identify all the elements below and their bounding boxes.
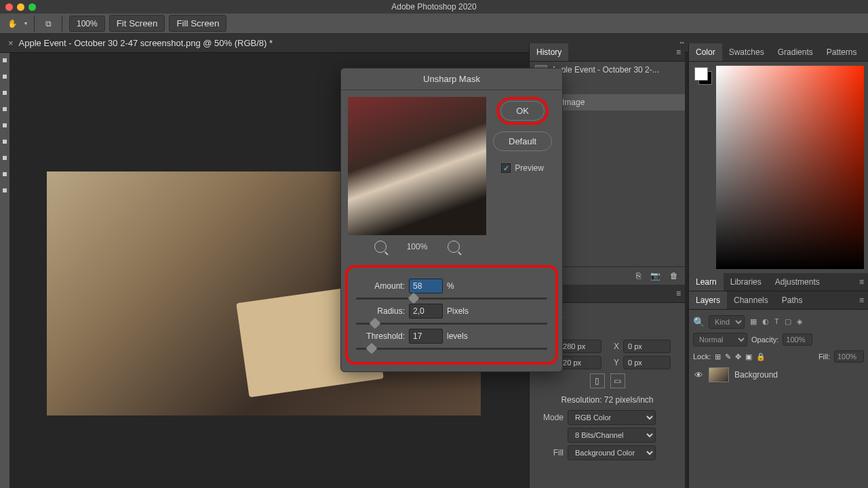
tab-paths[interactable]: Paths	[775, 291, 810, 309]
tool-icon[interactable]	[3, 107, 7, 111]
sliders-highlight: Amount: % Radius: Pixels Threshold: leve…	[345, 265, 558, 365]
portrait-icon[interactable]: ▯	[590, 373, 605, 388]
tab-libraries[interactable]: Libraries	[724, 273, 768, 291]
tab-patterns[interactable]: Patterns	[820, 43, 864, 61]
tool-icon[interactable]	[3, 172, 7, 176]
close-tab-icon[interactable]: ×	[8, 38, 14, 48]
tab-adjustments[interactable]: Adjustments	[768, 273, 827, 291]
threshold-field[interactable]	[409, 329, 443, 344]
tool-icon[interactable]	[3, 91, 7, 95]
tool-icon[interactable]	[3, 75, 7, 79]
close-window-icon[interactable]	[5, 3, 13, 11]
tool-icon[interactable]	[3, 123, 7, 127]
panel-menu-icon[interactable]: ≡	[855, 277, 868, 287]
slider-thumb-icon[interactable]	[366, 343, 377, 354]
dialog-title: Unsharp Mask	[341, 68, 562, 90]
layer-thumbnail[interactable]	[709, 367, 729, 382]
radius-slider[interactable]	[356, 323, 547, 325]
slider-thumb-icon[interactable]	[370, 318, 381, 329]
fill-select[interactable]: Background Color	[568, 445, 656, 460]
color-panel-tabs: Color Swatches Gradients Patterns ≡	[689, 43, 868, 62]
panel-menu-icon[interactable]: ≡	[672, 47, 685, 57]
amount-slider[interactable]	[356, 298, 547, 300]
threshold-unit: levels	[447, 331, 468, 341]
lock-transparency-icon[interactable]: ⊞	[715, 352, 721, 361]
tool-preset-dropdown-icon[interactable]: ▾	[24, 20, 27, 26]
tool-icon[interactable]	[3, 140, 7, 144]
amount-unit: %	[447, 281, 454, 291]
blend-mode-select[interactable]: Normal	[693, 333, 747, 346]
layers-panel-tabs: Layers Channels Paths ≡	[689, 291, 868, 310]
lock-pixels-icon[interactable]: ✎	[725, 352, 731, 361]
lock-artboard-icon[interactable]: ▣	[745, 352, 752, 361]
amount-field[interactable]	[409, 279, 443, 293]
opacity-label: Opacity:	[751, 336, 778, 344]
scroll-all-windows-icon[interactable]: ⧉	[41, 17, 55, 30]
document-tab[interactable]: × Apple Event - October 30 2-47 screensh…	[8, 38, 273, 48]
layers-panel: 🔍 Kind ▦ ◐ T ▢ ◈ Normal Opacity: Lock: ⊞…	[689, 310, 868, 388]
app-titlebar: Adobe Photoshop 2020	[0, 0, 868, 14]
landscape-icon[interactable]: ▭	[610, 373, 625, 388]
hand-tool-icon[interactable]: ✋	[5, 17, 19, 30]
y-label: Y	[606, 358, 619, 367]
tab-learn[interactable]: Learn	[689, 273, 724, 291]
fill-field	[834, 350, 864, 363]
preview-zoom-level: 100%	[407, 242, 428, 251]
fill-label: Fill:	[818, 352, 830, 361]
layer-row[interactable]: 👁 Background	[693, 365, 864, 385]
create-document-icon[interactable]: ⎘	[636, 271, 641, 281]
tab-swatches[interactable]: Swatches	[722, 43, 771, 61]
lock-all-icon[interactable]: 🔒	[756, 352, 766, 361]
ok-highlight: OK	[496, 97, 549, 125]
visibility-eye-icon[interactable]: 👁	[694, 370, 703, 380]
radius-label: Radius:	[356, 306, 405, 316]
right-panel-stack: Color Swatches Gradients Patterns ≡ Lear…	[688, 43, 868, 488]
fill-screen-button[interactable]: Fill Screen	[169, 15, 226, 32]
opacity-field	[783, 333, 812, 346]
unsharp-mask-dialog: Unsharp Mask 100% OK Default ✓ Preview A…	[340, 68, 563, 372]
color-spectrum[interactable]	[716, 66, 864, 269]
zoom-in-icon[interactable]	[448, 241, 460, 253]
tab-layers[interactable]: Layers	[689, 291, 727, 309]
trash-icon[interactable]: 🗑	[670, 271, 678, 281]
tab-history[interactable]: History	[530, 43, 568, 61]
lock-position-icon[interactable]: ✥	[735, 352, 741, 361]
tab-color[interactable]: Color	[689, 43, 722, 61]
default-button[interactable]: Default	[493, 131, 552, 151]
bit-depth-select[interactable]: 8 Bits/Channel	[568, 428, 656, 443]
layer-filter-select[interactable]: Kind	[709, 315, 745, 329]
tool-icon[interactable]	[3, 58, 7, 62]
threshold-slider[interactable]	[356, 348, 547, 350]
fit-screen-button[interactable]: Fit Screen	[109, 15, 165, 32]
search-icon[interactable]: 🔍	[693, 317, 705, 327]
foreground-color-swatch[interactable]	[694, 67, 708, 81]
lock-label: Lock:	[693, 352, 711, 361]
slider-thumb-icon[interactable]	[408, 293, 419, 304]
color-mode-select[interactable]: RGB Color	[568, 410, 656, 425]
panel-menu-icon[interactable]: ≡	[672, 289, 685, 298]
tab-channels[interactable]: Channels	[727, 291, 775, 309]
tool-icon[interactable]	[3, 156, 7, 160]
filter-smart-icon[interactable]: ◈	[797, 317, 802, 326]
filter-pixel-icon[interactable]: ▦	[750, 317, 757, 326]
radius-unit: Pixels	[447, 306, 469, 316]
snapshot-icon[interactable]: 📷	[650, 271, 660, 281]
maximize-window-icon[interactable]	[28, 3, 36, 11]
preview-checkbox[interactable]: ✓	[501, 163, 511, 173]
filter-adjust-icon[interactable]: ◐	[762, 317, 769, 326]
radius-field[interactable]	[409, 304, 443, 319]
filter-shape-icon[interactable]: ▢	[785, 317, 791, 326]
filter-preview[interactable]	[348, 97, 486, 235]
x-label: X	[606, 342, 619, 351]
tool-icon[interactable]	[3, 188, 7, 192]
panel-menu-icon[interactable]: ≡	[855, 296, 868, 305]
panel-menu-icon[interactable]: ≡	[863, 47, 868, 57]
ok-button[interactable]: OK	[500, 101, 545, 121]
learn-panel-tabs: Learn Libraries Adjustments ≡	[689, 273, 868, 291]
filter-type-icon[interactable]: T	[774, 317, 779, 326]
minimize-window-icon[interactable]	[17, 3, 24, 11]
y-field	[623, 356, 671, 369]
tab-gradients[interactable]: Gradients	[771, 43, 820, 61]
zoom-level[interactable]: 100%	[69, 16, 105, 32]
zoom-out-icon[interactable]	[374, 241, 387, 253]
